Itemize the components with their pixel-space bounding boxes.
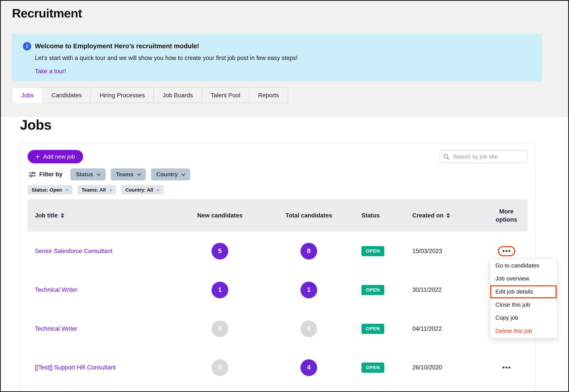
banner-title: Welcome to Employment Hero’s recruitment… (35, 41, 298, 51)
sort-icon[interactable] (446, 213, 450, 218)
column-status: Status (361, 212, 412, 219)
jobs-card: + Add new job (20, 143, 535, 392)
row-actions-menu: Go to candidates Job overview Edit job d… (490, 258, 557, 338)
country-filter-dropdown[interactable]: Country (151, 168, 190, 180)
created-date: 30/11/2022 (412, 286, 485, 293)
tab-talent-pool[interactable]: Talent Pool (202, 87, 249, 103)
add-new-job-label: Add new job (43, 153, 75, 160)
chip-status-open: Status: Open × (28, 185, 72, 195)
sort-icon[interactable] (61, 213, 64, 218)
job-title-link[interactable]: Technical Writer (28, 325, 77, 332)
job-row: [[Test]] Support HR Consultant 0 4 OPEN … (28, 348, 528, 387)
status-badge: OPEN (361, 285, 384, 295)
chip-label: Country: All (125, 187, 153, 193)
chip-country-all: Country: All × (121, 185, 164, 195)
tab-jobs[interactable]: Jobs (12, 87, 43, 103)
remove-chip-icon[interactable]: × (65, 187, 68, 193)
more-options-button[interactable] (501, 248, 512, 254)
status-badge: OPEN (361, 324, 384, 334)
welcome-banner: i Welcome to Employment Hero’s recruitme… (12, 33, 542, 81)
column-job-title-label: Job title (35, 212, 58, 219)
teams-filter-dropdown[interactable]: Teams (111, 168, 146, 180)
new-candidates-count: 1 (211, 281, 228, 298)
teams-filter-label: Teams (116, 171, 133, 178)
menu-item-go-to-candidates[interactable]: Go to candidates (490, 259, 557, 272)
recruitment-page: Recruitment i Welcome to Employment Hero… (0, 0, 569, 392)
section-title: Jobs (20, 117, 568, 133)
more-options-button[interactable] (501, 364, 512, 371)
total-candidates-count: 8 (300, 243, 317, 259)
status-badge: OPEN (361, 362, 384, 373)
search-box (439, 150, 528, 163)
toolbar: + Add new job (28, 150, 528, 164)
remove-chip-icon[interactable]: × (156, 187, 160, 193)
job-row: Senior Salesforce Consultant 5 8 OPEN 15… (28, 232, 528, 271)
menu-item-copy-job[interactable]: Copy job (490, 311, 557, 324)
new-candidates-count: 5 (211, 243, 228, 259)
column-created-on-label: Created on (412, 212, 443, 219)
status-filter-label: Status (76, 171, 93, 178)
chip-teams-all: Teams: All × (78, 185, 116, 195)
status-badge: OPEN (361, 246, 384, 256)
banner-subtitle: Let’s start with a quick tour and we wil… (35, 53, 298, 62)
column-total-candidates: Total candidates (256, 212, 361, 219)
total-candidates-count: 4 (300, 359, 317, 376)
menu-item-edit-job-details[interactable]: Edit job details (490, 285, 557, 298)
column-more-options: More options (485, 207, 528, 224)
page-title: Recruitment (12, 6, 568, 20)
chevron-down-icon (137, 172, 141, 176)
status-filter-dropdown[interactable]: Status (70, 168, 106, 180)
new-candidates-count: 0 (211, 359, 228, 376)
filter-icon (29, 171, 36, 177)
menu-item-close-this-job[interactable]: Close this job (490, 298, 557, 311)
table-header: Job title New candidates Total candidate… (28, 199, 528, 232)
tab-hiring-processes[interactable]: Hiring Processes (90, 87, 154, 103)
add-new-job-button[interactable]: + Add new job (28, 150, 83, 164)
chip-label: Teams: All (82, 187, 106, 193)
created-date: 04/11/2022 (412, 325, 485, 332)
plus-icon: + (36, 153, 40, 160)
annotation-circle (498, 246, 515, 256)
new-candidates-count: 0 (211, 320, 228, 337)
chevron-down-icon (97, 172, 101, 176)
tab-candidates[interactable]: Candidates (42, 87, 91, 103)
column-created-on: Created on (412, 212, 485, 219)
job-title-link[interactable]: Senior Salesforce Consultant (28, 248, 112, 254)
menu-item-job-overview[interactable]: Job overview (490, 272, 557, 285)
job-row: Technical Writer 0 0 OPEN 04/11/2022 (28, 309, 528, 348)
chevron-down-icon (181, 172, 185, 176)
tab-reports[interactable]: Reports (249, 87, 288, 103)
content-area: Jobs + Add new job (1, 117, 568, 392)
chip-label: Status: Open (32, 187, 62, 193)
menu-item-delete-this-job[interactable]: Delete this job (490, 324, 557, 337)
search-icon (443, 154, 450, 160)
remove-chip-icon[interactable]: × (109, 187, 112, 193)
filter-row: Filter by Status Teams Country (28, 168, 528, 180)
created-date: 26/10/2020 (412, 364, 485, 371)
filter-by-label: Filter by (39, 171, 62, 178)
job-title-link[interactable]: [[Test]] Support HR Consultant (28, 364, 116, 371)
info-icon: i (23, 42, 31, 50)
total-candidates-count: 0 (300, 320, 317, 337)
banner-body: Welcome to Employment Hero’s recruitment… (35, 41, 298, 81)
search-input[interactable] (439, 150, 528, 163)
job-row: Technical Writer 1 1 OPEN 30/11/2022 (28, 270, 528, 309)
total-candidates-count: 1 (300, 281, 317, 298)
job-title-link[interactable]: Technical Writer (28, 286, 77, 293)
column-new-candidates: New candidates (184, 212, 256, 219)
take-a-tour-link[interactable]: Take a tour! (35, 67, 66, 75)
country-filter-label: Country (156, 171, 178, 178)
active-filter-chips: Status: Open × Teams: All × Country: All… (28, 185, 528, 195)
created-date: 15/03/2023 (412, 248, 485, 254)
column-job-title: Job title (28, 212, 184, 219)
tab-job-boards[interactable]: Job Boards (153, 87, 202, 103)
tab-bar: Jobs Candidates Hiring Processes Job Boa… (12, 87, 568, 103)
